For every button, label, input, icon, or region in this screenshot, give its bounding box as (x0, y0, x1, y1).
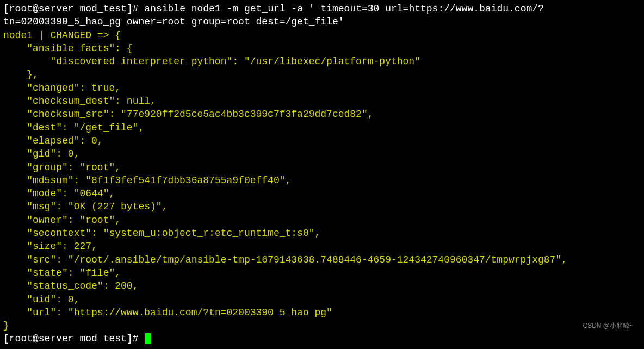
output-state: "state": "file", (3, 267, 121, 278)
output-secontext: "secontext": "system_u:object_r:etc_runt… (3, 228, 320, 239)
watermark-text: CSDN @小胖鲸~ (583, 321, 633, 330)
output-group: "group": "root", (3, 162, 121, 173)
output-dest: "dest": "/get_file", (3, 122, 144, 133)
prompt: [root@server mod_test]# (3, 3, 144, 14)
cursor-icon (145, 333, 151, 344)
output-uid: "uid": 0, (3, 294, 79, 305)
output-checksum-src: "checksum_src": "77e920ff2d5ce5ac4bb3c39… (3, 109, 374, 120)
output-close-brace: } (3, 320, 9, 331)
output-checksum-dest: "checksum_dest": null, (3, 96, 156, 107)
output-md5sum: "md5sum": "8f1f3fef541f7dbb36a8755a9f0ef… (3, 175, 291, 186)
output-size: "size": 227, (3, 241, 97, 252)
output-changed: "changed": true, (3, 83, 121, 94)
command-line: [root@server mod_test]# ansible node1 -m… (3, 3, 544, 27)
terminal-output[interactable]: [root@server mod_test]# ansible node1 -m… (3, 2, 641, 346)
output-host-status: node1 | CHANGED => { (3, 30, 121, 41)
output-close-facts: }, (3, 69, 39, 80)
output-status-code: "status_code": 200, (3, 281, 138, 291)
prompt-ready[interactable]: [root@server mod_test]# (3, 333, 151, 344)
output-msg: "msg": "OK (227 bytes)", (3, 201, 168, 212)
output-src: "src": "/root/.ansible/tmp/ansible-tmp-1… (3, 254, 567, 265)
output-ansible-facts: "ansible_facts": { (3, 43, 133, 54)
output-elapsed: "elapsed": 0, (3, 135, 103, 146)
output-owner: "owner": "root", (3, 215, 121, 226)
output-mode: "mode": "0644", (3, 188, 115, 199)
output-url: "url": "https://www.baidu.com/?tn=020033… (3, 307, 332, 318)
output-interpreter: "discovered_interpreter_python": "/usr/l… (3, 56, 420, 67)
output-gid: "gid": 0, (3, 148, 79, 159)
